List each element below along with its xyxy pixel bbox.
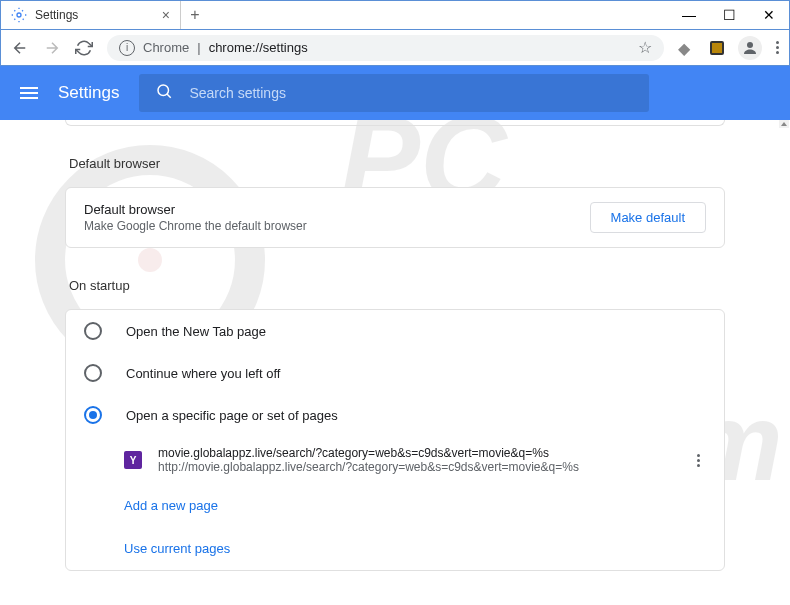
radio-icon [84,364,102,382]
make-default-button[interactable]: Make default [590,202,706,233]
tab-title: Settings [35,8,154,22]
page-more-button[interactable] [691,448,706,473]
settings-header: Settings [0,66,790,120]
section-title-startup: On startup [65,278,725,293]
maximize-button[interactable]: ☐ [709,1,749,29]
extension-icon-2[interactable] [710,41,724,55]
search-icon [155,82,173,104]
search-box[interactable] [139,74,649,112]
page-title: movie.globalappz.live/search/?category=w… [158,446,675,460]
url-host: Chrome [143,40,189,55]
back-button[interactable] [11,39,29,57]
chrome-menu-button[interactable] [776,41,779,54]
svg-point-6 [17,13,21,17]
search-input[interactable] [189,85,633,101]
tab-close-icon[interactable]: × [162,7,170,23]
url-path: chrome://settings [209,40,308,55]
radio-icon [84,322,102,340]
card-fragment [65,120,725,126]
settings-title: Settings [58,83,119,103]
startup-option-specific[interactable]: Open a specific page or set of pages [66,394,724,436]
titlebar: Settings × + — ☐ ✕ [0,0,790,30]
window-controls: — ☐ ✕ [669,1,789,29]
extension-icon[interactable]: ◆ [678,39,696,57]
close-button[interactable]: ✕ [749,1,789,29]
svg-point-8 [158,85,169,96]
forward-button[interactable] [43,39,61,57]
add-new-page-link[interactable]: Add a new page [66,484,724,527]
startup-option-newtab[interactable]: Open the New Tab page [66,310,724,352]
site-info-icon[interactable]: i [119,40,135,56]
startup-page-entry: Y movie.globalappz.live/search/?category… [66,436,724,484]
bookmark-icon[interactable]: ☆ [638,38,652,57]
content-scroll[interactable]: Default browser Default browser Make Goo… [0,120,790,605]
minimize-button[interactable]: — [669,1,709,29]
reload-button[interactable] [75,39,93,57]
radio-icon-checked [84,406,102,424]
page-favicon: Y [124,451,142,469]
scrollbar[interactable] [779,120,789,128]
svg-point-7 [747,42,753,48]
profile-button[interactable] [738,36,762,60]
startup-card: Open the New Tab page Continue where you… [65,309,725,571]
default-browser-card: Default browser Make Google Chrome the d… [65,187,725,248]
page-url: http://movie.globalappz.live/search/?cat… [158,460,675,474]
menu-button[interactable] [20,87,38,99]
browser-tab[interactable]: Settings × [1,1,181,29]
advanced-toggle[interactable]: Advanced [65,601,725,605]
new-tab-button[interactable]: + [181,1,209,29]
section-title-default-browser: Default browser [65,156,725,171]
startup-option-continue[interactable]: Continue where you left off [66,352,724,394]
default-browser-sub: Make Google Chrome the default browser [84,219,590,233]
addressbar: i Chrome | chrome://settings ☆ ◆ [0,30,790,66]
settings-icon [11,7,27,23]
use-current-pages-link[interactable]: Use current pages [66,527,724,570]
default-browser-title: Default browser [84,202,590,217]
url-box[interactable]: i Chrome | chrome://settings ☆ [107,35,664,61]
